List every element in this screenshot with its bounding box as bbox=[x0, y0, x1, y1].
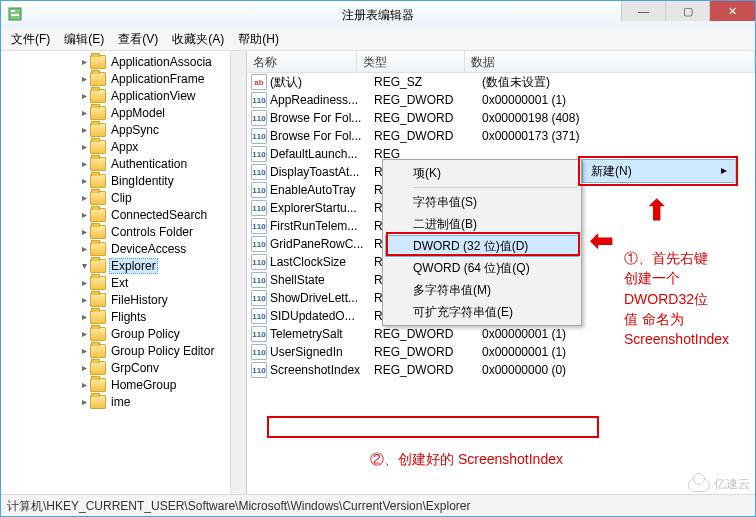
cell-data: 0x00000001 (1) bbox=[482, 327, 755, 341]
tree-item[interactable]: ▸FileHistory bbox=[1, 291, 246, 308]
list-header[interactable]: 名称 类型 数据 bbox=[247, 51, 755, 73]
menu-item[interactable]: QWORD (64 位)值(Q) bbox=[385, 257, 579, 279]
tree-item-label: DeviceAccess bbox=[109, 242, 188, 256]
table-row[interactable]: 110AppReadiness...REG_DWORD0x00000001 (1… bbox=[247, 91, 755, 109]
tree-item[interactable]: ▸Flights bbox=[1, 308, 246, 325]
tree-item[interactable]: ▸Group Policy Editor bbox=[1, 342, 246, 359]
expand-icon[interactable]: ▸ bbox=[79, 158, 90, 169]
cloud-icon bbox=[688, 478, 710, 492]
expand-icon[interactable]: ▸ bbox=[79, 90, 90, 101]
expand-icon[interactable]: ▸ bbox=[79, 175, 90, 186]
tree-item[interactable]: ▸ApplicationAssocia bbox=[1, 53, 246, 70]
client-area: ▸ApplicationAssocia▸ApplicationFrame▸App… bbox=[1, 51, 755, 494]
value-type-icon: 110 bbox=[251, 290, 267, 306]
tree-item[interactable]: ▸Clip bbox=[1, 189, 246, 206]
value-type-icon: 110 bbox=[251, 92, 267, 108]
menu-edit[interactable]: 编辑(E) bbox=[58, 29, 110, 50]
cell-name: DisplayToastAt... bbox=[270, 165, 374, 179]
table-row[interactable]: ab(默认)REG_SZ(数值未设置) bbox=[247, 73, 755, 91]
menu-item[interactable]: 可扩充字符串值(E) bbox=[385, 301, 579, 323]
value-type-icon: 110 bbox=[251, 182, 267, 198]
col-data[interactable]: 数据 bbox=[465, 51, 755, 72]
table-row[interactable]: 110Browse For Fol...REG_DWORD0x00000198 … bbox=[247, 109, 755, 127]
col-type[interactable]: 类型 bbox=[357, 51, 465, 72]
tree-item[interactable]: ▸ime bbox=[1, 393, 246, 410]
tree-item-label: Controls Folder bbox=[109, 225, 195, 239]
expand-icon[interactable]: ▸ bbox=[79, 192, 90, 203]
tree-item[interactable]: ▾Explorer bbox=[1, 257, 246, 274]
menu-view[interactable]: 查看(V) bbox=[112, 29, 164, 50]
expand-icon[interactable]: ▸ bbox=[79, 141, 90, 152]
title-bar[interactable]: 注册表编辑器 — ▢ ✕ bbox=[1, 1, 755, 29]
tree-scrollbar[interactable] bbox=[230, 51, 246, 494]
cell-name: TelemetrySalt bbox=[270, 327, 374, 341]
table-row[interactable]: 110TelemetrySaltREG_DWORD0x00000001 (1) bbox=[247, 325, 755, 343]
tree-item[interactable]: ▸Authentication bbox=[1, 155, 246, 172]
expand-icon[interactable]: ▸ bbox=[79, 379, 90, 390]
tree-pane[interactable]: ▸ApplicationAssocia▸ApplicationFrame▸App… bbox=[1, 51, 247, 494]
expand-icon[interactable]: ▸ bbox=[79, 396, 90, 407]
expand-icon[interactable]: ▸ bbox=[79, 226, 90, 237]
tree-item[interactable]: ▸GrpConv bbox=[1, 359, 246, 376]
expand-icon[interactable]: ▸ bbox=[79, 362, 90, 373]
expand-icon[interactable]: ▸ bbox=[79, 243, 90, 254]
tree-item[interactable]: ▸Ext bbox=[1, 274, 246, 291]
menu-file[interactable]: 文件(F) bbox=[5, 29, 56, 50]
context-menu-new[interactable]: 项(K)字符串值(S)二进制值(B)DWORD (32 位)值(D)QWORD … bbox=[382, 159, 582, 326]
menu-help[interactable]: 帮助(H) bbox=[232, 29, 285, 50]
tree-item[interactable]: ▸ApplicationFrame bbox=[1, 70, 246, 87]
tree-item[interactable]: ▸DeviceAccess bbox=[1, 240, 246, 257]
menu-item[interactable]: 二进制值(B) bbox=[385, 213, 579, 235]
table-row[interactable]: 110Browse For Fol...REG_DWORD0x00000173 … bbox=[247, 127, 755, 145]
menu-item[interactable]: 字符串值(S) bbox=[385, 191, 579, 213]
tree-item[interactable]: ▸ConnectedSearch bbox=[1, 206, 246, 223]
expand-icon[interactable]: ▸ bbox=[79, 56, 90, 67]
cell-data: 0x00000173 (371) bbox=[482, 129, 755, 143]
folder-icon bbox=[90, 293, 106, 307]
cell-type: REG_DWORD bbox=[374, 345, 482, 359]
expand-icon[interactable]: ▸ bbox=[79, 311, 90, 322]
cell-data: 0x00000198 (408) bbox=[482, 111, 755, 125]
menu-item[interactable]: 多字符串值(M) bbox=[385, 279, 579, 301]
tree-item-label: Group Policy bbox=[109, 327, 182, 341]
window-controls: — ▢ ✕ bbox=[621, 1, 755, 21]
menu-fav[interactable]: 收藏夹(A) bbox=[166, 29, 230, 50]
tree-item[interactable]: ▸ApplicationView bbox=[1, 87, 246, 104]
cell-type: REG_DWORD bbox=[374, 363, 482, 377]
cell-data: (数值未设置) bbox=[482, 74, 755, 91]
chevron-right-icon: ▸ bbox=[721, 163, 727, 177]
tree-item-label: BingIdentity bbox=[109, 174, 176, 188]
tree-item[interactable]: ▸AppModel bbox=[1, 104, 246, 121]
expand-icon[interactable]: ▸ bbox=[79, 345, 90, 356]
table-row[interactable]: 110UserSignedInREG_DWORD0x00000001 (1) bbox=[247, 343, 755, 361]
expand-icon[interactable]: ▸ bbox=[79, 124, 90, 135]
tree-item[interactable]: ▸Appx bbox=[1, 138, 246, 155]
folder-icon bbox=[90, 140, 106, 154]
col-name[interactable]: 名称 bbox=[247, 51, 357, 72]
tree-item[interactable]: ▸Controls Folder bbox=[1, 223, 246, 240]
cell-name: AppReadiness... bbox=[270, 93, 374, 107]
tree-item[interactable]: ▸AppSync bbox=[1, 121, 246, 138]
menu-item[interactable]: 项(K) bbox=[385, 162, 579, 184]
minimize-button[interactable]: — bbox=[621, 1, 665, 21]
menu-item[interactable]: DWORD (32 位)值(D) bbox=[385, 235, 579, 257]
tree-item[interactable]: ▸HomeGroup bbox=[1, 376, 246, 393]
maximize-button[interactable]: ▢ bbox=[665, 1, 709, 21]
cell-type: REG_DWORD bbox=[374, 93, 482, 107]
context-new-header[interactable]: 新建(N) ▸ bbox=[582, 159, 736, 183]
expand-icon[interactable]: ▸ bbox=[79, 328, 90, 339]
folder-icon bbox=[90, 106, 106, 120]
expand-icon[interactable]: ▾ bbox=[79, 260, 90, 271]
expand-icon[interactable]: ▸ bbox=[79, 294, 90, 305]
tree-item[interactable]: ▸Group Policy bbox=[1, 325, 246, 342]
expand-icon[interactable]: ▸ bbox=[79, 107, 90, 118]
close-button[interactable]: ✕ bbox=[709, 1, 755, 21]
cell-name: SIDUpdatedO... bbox=[270, 309, 374, 323]
expand-icon[interactable]: ▸ bbox=[79, 277, 90, 288]
expand-icon[interactable]: ▸ bbox=[79, 209, 90, 220]
folder-icon bbox=[90, 157, 106, 171]
tree-item[interactable]: ▸BingIdentity bbox=[1, 172, 246, 189]
expand-icon[interactable]: ▸ bbox=[79, 73, 90, 84]
tree-item-label: AppSync bbox=[109, 123, 161, 137]
table-row[interactable]: 110ScreenshotIndexREG_DWORD0x00000000 (0… bbox=[247, 361, 755, 379]
